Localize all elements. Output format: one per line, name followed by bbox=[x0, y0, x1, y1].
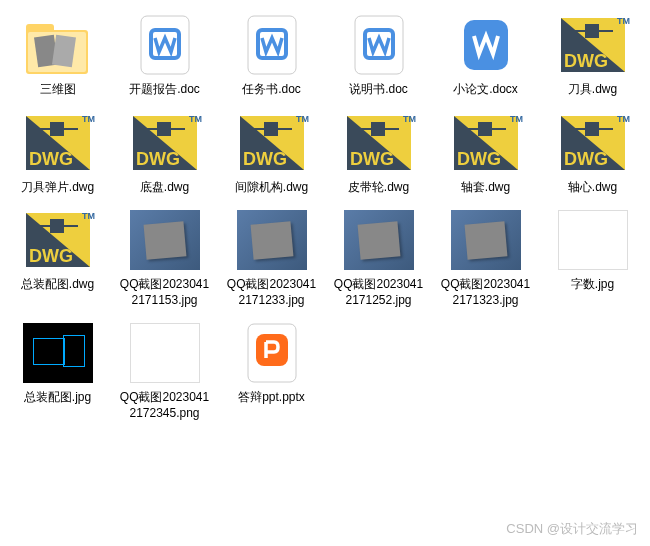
file-label: 轴心.dwg bbox=[568, 180, 617, 196]
file-label: 总装配图.dwg bbox=[21, 277, 94, 293]
file-item[interactable]: QQ截图20230412171252.jpg bbox=[329, 205, 428, 308]
file-label: 底盘.dwg bbox=[140, 180, 189, 196]
svg-rect-7 bbox=[248, 16, 296, 74]
doc-icon bbox=[125, 10, 205, 80]
file-label: 间隙机构.dwg bbox=[235, 180, 308, 196]
thumb-3d-icon bbox=[339, 205, 419, 275]
file-item[interactable]: 说明书.doc bbox=[329, 10, 428, 98]
file-label: QQ截图20230412171252.jpg bbox=[331, 277, 426, 308]
svg-text:TM: TM bbox=[189, 114, 202, 124]
docx-icon bbox=[446, 10, 526, 80]
svg-text:DWG: DWG bbox=[564, 149, 608, 169]
dwg-icon: TMDWG bbox=[125, 108, 205, 178]
svg-rect-9 bbox=[355, 16, 403, 74]
thumb-3d-icon bbox=[446, 205, 526, 275]
file-item[interactable]: 开题报告.doc bbox=[115, 10, 214, 98]
svg-text:TM: TM bbox=[617, 114, 630, 124]
thumb-3d-icon bbox=[125, 205, 205, 275]
file-item[interactable]: QQ截图20230412171233.jpg bbox=[222, 205, 321, 308]
dwg-icon: TMDWG bbox=[446, 108, 526, 178]
thumb-parts-icon bbox=[125, 318, 205, 388]
file-item[interactable]: TMDWG刀具弹片.dwg bbox=[8, 108, 107, 196]
file-label: 说明书.doc bbox=[349, 82, 408, 98]
file-item[interactable]: TMDWG总装配图.dwg bbox=[8, 205, 107, 308]
dwg-icon: TMDWG bbox=[553, 10, 633, 80]
file-item[interactable]: TMDWG轴套.dwg bbox=[436, 108, 535, 196]
svg-rect-45 bbox=[256, 334, 288, 366]
svg-text:DWG: DWG bbox=[243, 149, 287, 169]
file-label: QQ截图20230412171153.jpg bbox=[117, 277, 212, 308]
file-item[interactable]: 总装配图.jpg bbox=[8, 318, 107, 421]
file-label: QQ截图20230412171233.jpg bbox=[224, 277, 319, 308]
file-item[interactable]: TMDWG刀具.dwg bbox=[543, 10, 642, 98]
svg-text:TM: TM bbox=[82, 114, 95, 124]
svg-text:TM: TM bbox=[296, 114, 309, 124]
svg-text:DWG: DWG bbox=[29, 149, 73, 169]
dwg-icon: TMDWG bbox=[232, 108, 312, 178]
file-label: 总装配图.jpg bbox=[24, 390, 91, 406]
svg-text:TM: TM bbox=[82, 211, 95, 221]
dwg-icon: TMDWG bbox=[553, 108, 633, 178]
file-grid: 三维图开题报告.doc任务书.doc说明书.doc小论文.docxTMDWG刀具… bbox=[0, 0, 650, 432]
file-item[interactable]: 任务书.doc bbox=[222, 10, 321, 98]
svg-rect-5 bbox=[141, 16, 189, 74]
thumb-dark-icon bbox=[18, 318, 98, 388]
file-label: QQ截图20230412171323.jpg bbox=[438, 277, 533, 308]
file-label: 答辩ppt.pptx bbox=[238, 390, 305, 406]
file-label: 小论文.docx bbox=[453, 82, 518, 98]
dwg-icon: TMDWG bbox=[18, 108, 98, 178]
file-label: 刀具弹片.dwg bbox=[21, 180, 94, 196]
folder-icon bbox=[18, 10, 98, 80]
file-item[interactable]: QQ截图20230412171323.jpg bbox=[436, 205, 535, 308]
file-label: 字数.jpg bbox=[571, 277, 614, 293]
file-item[interactable]: QQ截图20230412171153.jpg bbox=[115, 205, 214, 308]
svg-text:DWG: DWG bbox=[350, 149, 394, 169]
dwg-icon: TMDWG bbox=[18, 205, 98, 275]
svg-text:TM: TM bbox=[510, 114, 523, 124]
file-label: 任务书.doc bbox=[242, 82, 301, 98]
svg-text:DWG: DWG bbox=[457, 149, 501, 169]
file-item[interactable]: 小论文.docx bbox=[436, 10, 535, 98]
dwg-icon: TMDWG bbox=[339, 108, 419, 178]
file-item[interactable]: TMDWG底盘.dwg bbox=[115, 108, 214, 196]
file-label: 刀具.dwg bbox=[568, 82, 617, 98]
thumb-3d-icon bbox=[232, 205, 312, 275]
pptx-icon bbox=[232, 318, 312, 388]
svg-rect-4 bbox=[52, 35, 76, 67]
svg-text:DWG: DWG bbox=[564, 51, 608, 71]
file-label: 开题报告.doc bbox=[129, 82, 200, 98]
doc-icon bbox=[339, 10, 419, 80]
file-item[interactable]: 答辩ppt.pptx bbox=[222, 318, 321, 421]
svg-text:TM: TM bbox=[617, 16, 630, 26]
file-item[interactable]: TMDWG轴心.dwg bbox=[543, 108, 642, 196]
file-item[interactable]: 三维图 bbox=[8, 10, 107, 98]
svg-text:TM: TM bbox=[403, 114, 416, 124]
svg-text:DWG: DWG bbox=[136, 149, 180, 169]
file-item[interactable]: 字数.jpg bbox=[543, 205, 642, 308]
svg-text:DWG: DWG bbox=[29, 246, 73, 266]
file-item[interactable]: TMDWG皮带轮.dwg bbox=[329, 108, 428, 196]
file-label: 皮带轮.dwg bbox=[348, 180, 409, 196]
file-label: QQ截图20230412172345.png bbox=[117, 390, 212, 421]
thumb-doc-icon bbox=[553, 205, 633, 275]
svg-rect-11 bbox=[464, 20, 508, 70]
file-label: 三维图 bbox=[40, 82, 76, 98]
watermark-text: CSDN @设计交流学习 bbox=[506, 520, 638, 538]
doc-icon bbox=[232, 10, 312, 80]
file-label: 轴套.dwg bbox=[461, 180, 510, 196]
file-item[interactable]: QQ截图20230412172345.png bbox=[115, 318, 214, 421]
file-item[interactable]: TMDWG间隙机构.dwg bbox=[222, 108, 321, 196]
